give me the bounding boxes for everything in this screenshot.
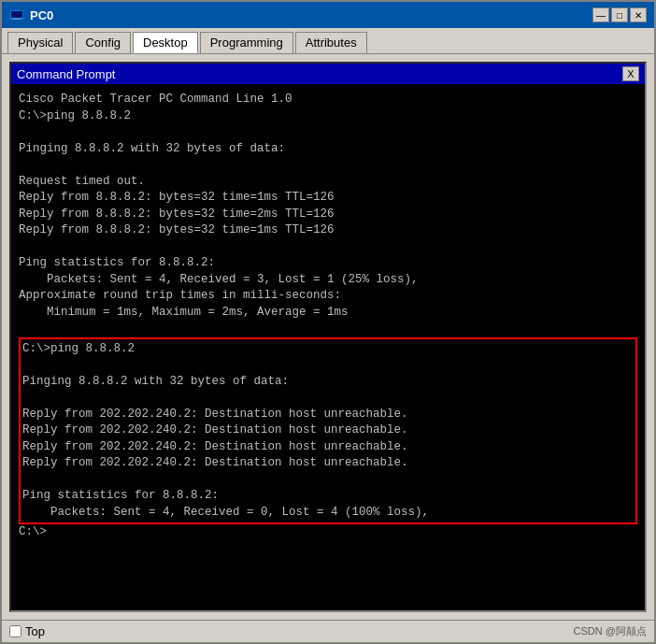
window-icon — [9, 7, 24, 22]
tab-attributes[interactable]: Attributes — [295, 32, 367, 53]
tab-desktop[interactable]: Desktop — [133, 32, 198, 53]
cmd-title-bar: Command Prompt X — [11, 64, 645, 84]
tab-physical[interactable]: Physical — [7, 32, 73, 53]
window-title: PC0 — [30, 8, 53, 22]
title-bar: PC0 — □ ✕ — [2, 2, 654, 28]
close-button[interactable]: ✕ — [630, 7, 647, 22]
terminal-output-highlighted: C:\>ping 8.8.8.2 Pinging 8.8.8.2 with 32… — [22, 341, 634, 522]
bottom-bar: Top CSDN @阿颠点 — [2, 620, 654, 642]
svg-rect-1 — [11, 11, 22, 18]
highlighted-output: C:\>ping 8.8.8.2 Pinging 8.8.8.2 with 32… — [19, 337, 637, 525]
cmd-title-label: Command Prompt — [17, 67, 115, 81]
svg-rect-2 — [13, 19, 21, 20]
command-prompt-window: Command Prompt X Cisco Packet Tracer PC … — [9, 62, 647, 612]
tab-config[interactable]: Config — [75, 32, 131, 53]
checkbox-area: Top — [9, 624, 45, 638]
tab-programming[interactable]: Programming — [200, 32, 293, 53]
title-bar-left: PC0 — [9, 7, 53, 22]
terminal-body[interactable]: Cisco Packet Tracer PC Command Line 1.0 … — [11, 84, 645, 610]
main-window: PC0 — □ ✕ Physical Config Desktop Progra… — [0, 0, 656, 644]
minimize-button[interactable]: — — [592, 7, 609, 22]
terminal-prompt: C:\> — [19, 524, 637, 541]
tab-bar: Physical Config Desktop Programming Attr… — [2, 28, 654, 54]
top-label: Top — [25, 624, 45, 638]
top-checkbox[interactable] — [9, 625, 21, 637]
maximize-button[interactable]: □ — [611, 7, 628, 22]
terminal-output-part1: Cisco Packet Tracer PC Command Line 1.0 … — [19, 92, 637, 321]
cmd-close-button[interactable]: X — [622, 66, 639, 81]
content-area: Command Prompt X Cisco Packet Tracer PC … — [2, 54, 654, 620]
title-controls: — □ ✕ — [592, 7, 647, 22]
watermark: CSDN @阿颠点 — [574, 624, 647, 638]
